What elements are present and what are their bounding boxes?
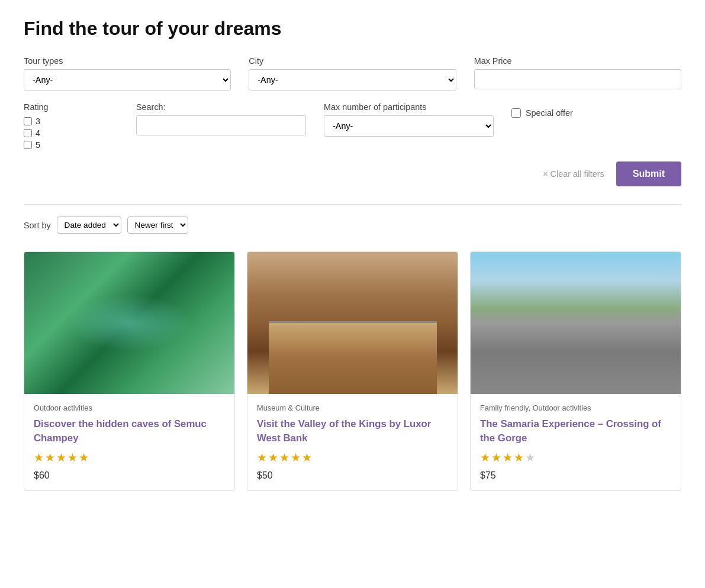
search-input[interactable] xyxy=(136,115,306,135)
rating-4-label: 4 xyxy=(36,128,40,138)
rating-label: Rating xyxy=(24,102,118,112)
cards-grid: Outdoor activities Discover the hidden c… xyxy=(24,251,681,491)
card-title[interactable]: Discover the hidden caves of Semuc Champ… xyxy=(34,417,225,445)
city-select[interactable]: -Any- xyxy=(249,69,456,91)
sort-by-label: Sort by xyxy=(24,221,51,230)
card-stars: ★ ★ ★ ★ ★ xyxy=(257,451,448,464)
clear-filters-button[interactable]: × Clear all filters xyxy=(543,169,604,179)
divider xyxy=(24,204,681,205)
search-label: Search: xyxy=(136,102,306,112)
card-stars: ★ ★ ★ ★ ★ xyxy=(34,451,225,464)
tour-card: Museum & Culture Visit the Valley of the… xyxy=(247,251,458,491)
card-image xyxy=(471,252,681,394)
tour-types-label: Tour types xyxy=(24,56,231,66)
card-title[interactable]: Visit the Valley of the Kings by Luxor W… xyxy=(257,417,448,445)
card-price: $75 xyxy=(480,470,671,481)
max-participants-select[interactable]: -Any- xyxy=(324,115,494,137)
submit-button[interactable]: Submit xyxy=(616,161,681,186)
card-type: Outdoor activities xyxy=(34,403,225,412)
sort-field-select[interactable]: Date added Price Rating xyxy=(57,217,121,234)
card-image xyxy=(24,252,234,394)
card-price: $60 xyxy=(34,470,225,481)
rating-4-checkbox[interactable] xyxy=(24,129,32,137)
max-price-input[interactable] xyxy=(474,69,681,89)
card-type: Museum & Culture xyxy=(257,403,448,412)
page-title: Find the tour of your dreams xyxy=(24,18,681,40)
rating-3-checkbox[interactable] xyxy=(24,117,32,125)
tour-card: Outdoor activities Discover the hidden c… xyxy=(24,251,235,491)
rating-5-label: 5 xyxy=(36,140,40,150)
special-offer-label: Special offer xyxy=(526,108,573,118)
special-offer-checkbox[interactable] xyxy=(511,108,521,118)
tour-types-select[interactable]: -Any- xyxy=(24,69,231,91)
max-price-label: Max Price xyxy=(474,56,681,66)
card-type: Family friendly, Outdoor activities xyxy=(480,403,671,412)
rating-5-checkbox[interactable] xyxy=(24,141,32,149)
max-participants-label: Max number of participants xyxy=(324,102,494,112)
tour-card: Family friendly, Outdoor activities The … xyxy=(470,251,681,491)
rating-3-label: 3 xyxy=(36,117,40,126)
sort-order-select[interactable]: Newer first Older first xyxy=(127,217,188,234)
card-image xyxy=(247,252,458,394)
card-price: $50 xyxy=(257,470,448,481)
card-stars: ★ ★ ★ ★ ★ xyxy=(480,451,671,464)
city-label: City xyxy=(249,56,456,66)
card-title[interactable]: The Samaria Experience – Crossing of the… xyxy=(480,417,671,445)
